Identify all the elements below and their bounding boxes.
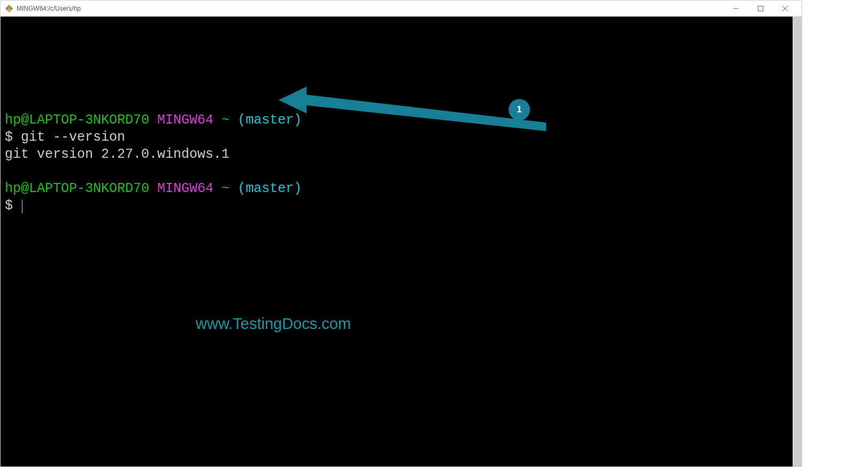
prompt-sigil: $ [5,198,13,213]
terminal-line: $ git --version [5,129,788,146]
prompt-user: hp@LAPTOP-3NKORD70 [5,112,149,128]
prompt-env: MINGW64 [157,112,213,128]
prompt-sigil: $ [5,129,13,145]
scrollbar[interactable] [793,17,802,466]
terminal-line: $ [5,197,788,215]
terminal-line: hp@LAPTOP-3NKORD70 MINGW64 ~ (master) [5,112,788,129]
scrollbar-thumb[interactable] [793,17,802,466]
output-text: git version 2.27.0.windows.1 [5,147,229,162]
prompt-branch: (master) [237,181,302,196]
minimize-button[interactable] [724,1,748,17]
annotation-badge: 1 [509,99,530,120]
maximize-button[interactable] [748,1,773,17]
window-title: MINGW64:/c/Users/hp [17,5,81,12]
terminal-line [5,163,788,180]
terminal-line: git version 2.27.0.windows.1 [5,146,788,163]
cursor [22,200,22,213]
annotation-badge-number: 1 [517,104,521,116]
prompt-env: MINGW64 [157,181,213,196]
title-bar: MINGW64:/c/Users/hp [1,1,802,17]
terminal-wrap: hp@LAPTOP-3NKORD70 MINGW64 ~ (master)$ g… [1,17,802,466]
prompt-path: ~ [221,112,229,128]
terminal-line: hp@LAPTOP-3NKORD70 MINGW64 ~ (master) [5,180,788,197]
prompt-user: hp@LAPTOP-3NKORD70 [5,181,149,196]
prompt-path: ~ [221,181,229,196]
close-button[interactable] [773,1,797,17]
prompt-branch: (master) [237,112,302,128]
window: MINGW64:/c/Users/hp hp@LAPTOP-3NKORD70 M… [0,0,802,467]
terminal[interactable]: hp@LAPTOP-3NKORD70 MINGW64 ~ (master)$ g… [1,17,793,466]
git-bash-icon [5,4,13,13]
command-text: git --version [21,129,125,145]
watermark-text: www.TestingDocs.com [196,314,351,334]
window-controls [724,1,797,17]
svg-rect-5 [758,6,763,11]
